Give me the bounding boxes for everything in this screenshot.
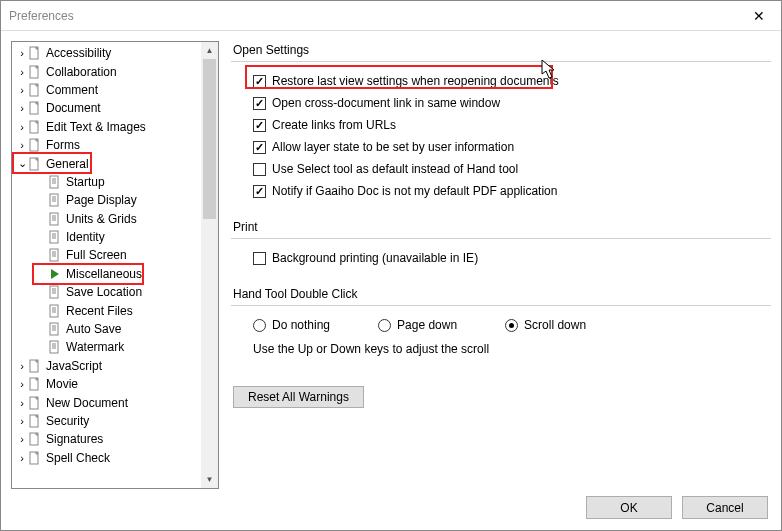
settings-panel: Open Settings Restore last view settings…: [231, 41, 771, 473]
scrollbar[interactable]: ▲ ▼: [201, 42, 218, 488]
group-title-hand-tool: Hand Tool Double Click: [231, 287, 771, 301]
document-icon: [28, 83, 42, 97]
radio[interactable]: [253, 319, 266, 332]
sidebar-item-label: Collaboration: [46, 65, 117, 79]
dialog-content: ›Accessibility›Collaboration›Comment›Doc…: [1, 31, 781, 483]
group-print: Print Background printing (unavailable i…: [231, 220, 771, 275]
radio-option[interactable]: Page down: [378, 318, 457, 332]
sidebar-item-label: Auto Save: [66, 322, 121, 336]
document-icon: [48, 322, 62, 336]
group-title-open-settings: Open Settings: [231, 43, 771, 57]
checkbox[interactable]: [253, 119, 266, 132]
sidebar-item-page-display[interactable]: Page Display: [12, 191, 201, 209]
sidebar-item-label: Full Screen: [66, 248, 127, 262]
sidebar-item-movie[interactable]: ›Movie: [12, 375, 201, 393]
checkbox-row[interactable]: Open cross-document link in same window: [253, 92, 771, 114]
scroll-down-button[interactable]: ▼: [201, 471, 218, 488]
sidebar-item-comment[interactable]: ›Comment: [12, 81, 201, 99]
sidebar-item-identity[interactable]: Identity: [12, 228, 201, 246]
checkbox[interactable]: [253, 97, 266, 110]
chevron-icon: ›: [16, 102, 28, 114]
checkbox-row[interactable]: Restore last view settings when reopenin…: [253, 70, 771, 92]
sidebar-item-label: Forms: [46, 138, 80, 152]
document-icon: [28, 120, 42, 134]
sidebar-item-startup[interactable]: Startup: [12, 173, 201, 191]
radio-option[interactable]: Do nothing: [253, 318, 330, 332]
scroll-up-button[interactable]: ▲: [201, 42, 218, 59]
document-icon: [48, 285, 62, 299]
sidebar-item-edit-text-images[interactable]: ›Edit Text & Images: [12, 118, 201, 136]
svg-rect-19: [50, 231, 58, 243]
chevron-icon: ›: [16, 397, 28, 409]
sidebar-item-new-document[interactable]: ›New Document: [12, 393, 201, 411]
sidebar-item-general[interactable]: ⌄General: [12, 154, 201, 172]
checkbox-label: Allow layer state to be set by user info…: [272, 140, 514, 154]
chevron-icon: ›: [16, 139, 28, 151]
document-icon: [48, 230, 62, 244]
sidebar-item-full-screen[interactable]: Full Screen: [12, 246, 201, 264]
checkbox-row[interactable]: Background printing (unavailable in IE): [253, 247, 771, 269]
sidebar-item-save-location[interactable]: Save Location: [12, 283, 201, 301]
document-icon: [28, 138, 42, 152]
svg-rect-36: [50, 323, 58, 335]
sidebar-item-label: Identity: [66, 230, 105, 244]
svg-rect-7: [50, 176, 58, 188]
sidebar-item-security[interactable]: ›Security: [12, 412, 201, 430]
category-tree[interactable]: ›Accessibility›Collaboration›Comment›Doc…: [12, 42, 201, 488]
sidebar-item-document[interactable]: ›Document: [12, 99, 201, 117]
checkbox-row[interactable]: Allow layer state to be set by user info…: [253, 136, 771, 158]
scroll-track[interactable]: [201, 59, 218, 471]
checkbox[interactable]: [253, 75, 266, 88]
sidebar-item-accessibility[interactable]: ›Accessibility: [12, 44, 201, 62]
checkbox-label: Create links from URLs: [272, 118, 396, 132]
scroll-thumb[interactable]: [203, 59, 216, 219]
document-icon: [28, 46, 42, 60]
document-icon: [28, 451, 42, 465]
sidebar-item-recent-files[interactable]: Recent Files: [12, 301, 201, 319]
titlebar: Preferences ✕: [1, 1, 781, 31]
sidebar-item-forms[interactable]: ›Forms: [12, 136, 201, 154]
sidebar-item-label: Page Display: [66, 193, 137, 207]
checkbox[interactable]: [253, 141, 266, 154]
close-button[interactable]: ✕: [736, 1, 781, 31]
sidebar-item-label: Document: [46, 101, 101, 115]
checkbox-label: Background printing (unavailable in IE): [272, 251, 478, 265]
sidebar-item-label: Watermark: [66, 340, 124, 354]
close-icon: ✕: [753, 8, 765, 24]
chevron-icon: ›: [16, 452, 28, 464]
sidebar-item-signatures[interactable]: ›Signatures: [12, 430, 201, 448]
checkbox-row[interactable]: Notify if Gaaiho Doc is not my default P…: [253, 180, 771, 202]
sidebar-item-label: Comment: [46, 83, 98, 97]
sidebar-item-spell-check[interactable]: ›Spell Check: [12, 449, 201, 467]
reset-warnings-button[interactable]: Reset All Warnings: [233, 386, 364, 408]
chevron-icon: ›: [16, 121, 28, 133]
sidebar-item-label: Accessibility: [46, 46, 111, 60]
checkbox[interactable]: [253, 163, 266, 176]
radio[interactable]: [505, 319, 518, 332]
checkbox-row[interactable]: Use Select tool as default instead of Ha…: [253, 158, 771, 180]
radio[interactable]: [378, 319, 391, 332]
checkbox-label: Restore last view settings when reopenin…: [272, 74, 559, 88]
checkbox-row[interactable]: Create links from URLs: [253, 114, 771, 136]
sidebar-container: ›Accessibility›Collaboration›Comment›Doc…: [11, 41, 219, 489]
radio-label: Do nothing: [272, 318, 330, 332]
group-hand-tool: Hand Tool Double Click Do nothingPage do…: [231, 287, 771, 368]
sidebar-item-units-grids[interactable]: Units & Grids: [12, 210, 201, 228]
sidebar-item-watermark[interactable]: Watermark: [12, 338, 201, 356]
ok-button[interactable]: OK: [586, 496, 672, 519]
sidebar-item-miscellaneous[interactable]: Miscellaneous: [12, 265, 201, 283]
document-icon: [48, 248, 62, 262]
cancel-button[interactable]: Cancel: [682, 496, 768, 519]
svg-rect-11: [50, 194, 58, 206]
checkbox-label: Use Select tool as default instead of Ha…: [272, 162, 518, 176]
checkbox[interactable]: [253, 252, 266, 265]
sidebar-item-auto-save[interactable]: Auto Save: [12, 320, 201, 338]
document-icon: [48, 212, 62, 226]
checkbox[interactable]: [253, 185, 266, 198]
svg-marker-27: [51, 269, 59, 279]
radio-label: Page down: [397, 318, 457, 332]
radio-option[interactable]: Scroll down: [505, 318, 586, 332]
sidebar-item-collaboration[interactable]: ›Collaboration: [12, 62, 201, 80]
radio-label: Scroll down: [524, 318, 586, 332]
sidebar-item-javascript[interactable]: ›JavaScript: [12, 357, 201, 375]
